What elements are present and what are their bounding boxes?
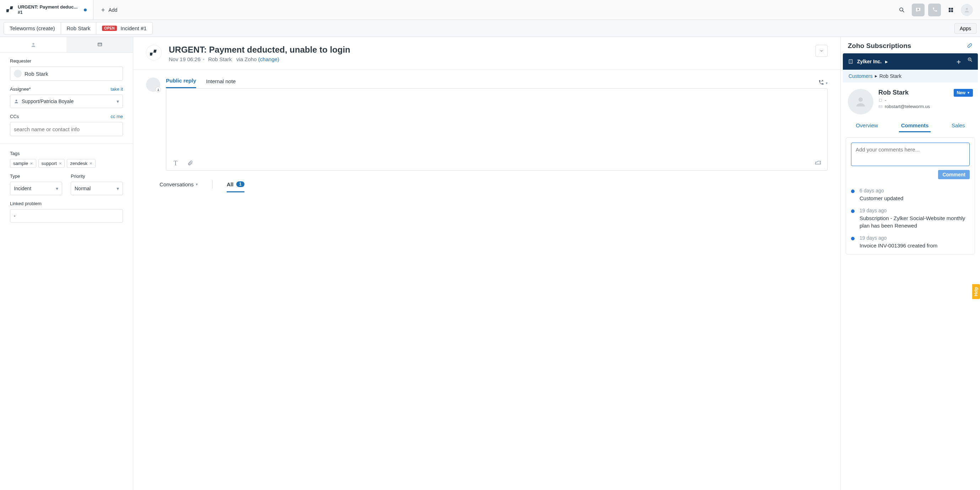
breadcrumb-ticket[interactable]: OPEN Incident #1 <box>96 22 153 35</box>
tag-remove-icon[interactable]: × <box>30 161 33 166</box>
app-panel-title: Zoho Subscriptions <box>848 42 911 50</box>
tab-sales[interactable]: Sales <box>950 120 967 132</box>
customer-name: Rob Stark <box>878 89 949 96</box>
tag-remove-icon[interactable]: × <box>59 161 62 166</box>
take-it-link[interactable]: take it <box>110 86 123 92</box>
properties-tab-ticket[interactable] <box>67 37 133 52</box>
breadcrumb-ticket-label: Incident #1 <box>121 25 146 31</box>
ticket-link-icon <box>815 160 821 167</box>
call-status-button[interactable] <box>928 3 941 16</box>
breadcrumb-customers-link[interactable]: Customers <box>848 73 873 79</box>
reply-editor[interactable]: T <box>166 88 827 171</box>
tag-chip[interactable]: sample× <box>10 159 36 168</box>
public-reply-tab[interactable]: Public reply <box>166 78 196 88</box>
expand-ticket-button[interactable] <box>816 45 827 57</box>
ticket-logo-icon <box>6 5 14 14</box>
plus-icon <box>100 8 105 13</box>
new-dropdown-button[interactable]: New▼ <box>954 89 973 97</box>
chat-x-icon <box>915 7 921 13</box>
apps-grid-button[interactable] <box>945 3 957 16</box>
ticket-title: URGENT: Payment deducted, unable to logi… <box>169 45 350 55</box>
tag-chip[interactable]: support× <box>38 159 65 168</box>
text-format-icon: T <box>174 160 178 167</box>
priority-label: Priority <box>71 174 123 179</box>
ticket-properties-panel: Requester Rob Stark Assignee* take it Su… <box>0 37 133 490</box>
svg-rect-4 <box>951 8 953 10</box>
conversation-panel: URGENT: Payment deducted, unable to logi… <box>133 37 841 490</box>
agent-avatar <box>146 78 160 92</box>
svg-rect-1 <box>10 6 13 9</box>
chat-status-button[interactable] <box>912 3 924 16</box>
conversations-all-tab[interactable]: All 1 <box>227 181 245 192</box>
priority-select[interactable]: Normal ▾ <box>71 182 123 195</box>
tab-subtitle: #1 <box>18 10 78 15</box>
svg-point-8 <box>32 43 34 45</box>
insert-ticket-button[interactable] <box>815 160 821 167</box>
caret-right-icon: ▶ <box>875 74 877 78</box>
timeline-item: 19 days ago Subscription - Zylker Social… <box>851 205 970 232</box>
svg-rect-3 <box>949 8 950 10</box>
tag-chip[interactable]: zendesk× <box>67 159 95 168</box>
timeline-dot-icon <box>851 190 854 193</box>
card-icon <box>97 41 103 47</box>
format-text-button[interactable]: T <box>172 160 179 167</box>
search-zoom-icon <box>967 57 973 62</box>
comment-input[interactable] <box>851 143 970 166</box>
search-button[interactable] <box>896 3 908 16</box>
internal-note-tab[interactable]: Internal note <box>206 78 235 88</box>
caret-right-icon: ▶ <box>885 60 888 64</box>
user-icon <box>854 95 867 108</box>
breadcrumb-user[interactable]: Rob Stark <box>61 22 97 35</box>
phone-icon <box>931 7 938 13</box>
tag-remove-icon[interactable]: × <box>89 161 92 166</box>
reply-channel-picker[interactable]: ▾ <box>817 79 827 86</box>
apps-button[interactable]: Apps <box>955 23 977 34</box>
ticket-meta: Nov 19 06:26• Rob Stark via Zoho (change… <box>169 56 350 62</box>
add-org-button[interactable]: ＋ <box>955 57 962 67</box>
requester-value: Rob Stark <box>24 71 48 77</box>
customer-avatar <box>848 89 873 115</box>
unsaved-dot-icon <box>84 8 87 11</box>
phone-arrow-icon <box>817 79 824 86</box>
svg-rect-9 <box>98 43 102 46</box>
tags-row: sample× support× zendesk× <box>10 159 123 168</box>
breadcrumb-org[interactable]: Teleworms (create) <box>3 22 61 35</box>
mail-icon <box>878 105 883 109</box>
topbar-actions <box>896 0 980 19</box>
assignee-select[interactable]: Support/Patricia Boyale ▾ <box>10 94 123 108</box>
org-header-bar[interactable]: Zylker Inc. ▶ ＋ <box>843 53 978 70</box>
tab-overview[interactable]: Overview <box>853 120 880 132</box>
agent-badge-icon <box>155 87 161 93</box>
org-name: Zylker Inc. <box>857 59 881 64</box>
conversations-dropdown[interactable]: Conversations ▾ <box>159 181 198 192</box>
svg-rect-0 <box>6 9 9 12</box>
avatar-icon <box>14 70 22 78</box>
attach-file-button[interactable] <box>187 160 194 167</box>
svg-point-2 <box>900 8 903 11</box>
svg-rect-18 <box>879 105 882 108</box>
requester-field[interactable]: Rob Stark <box>10 67 123 81</box>
caret-down-icon: ▼ <box>967 91 970 94</box>
cc-me-link[interactable]: cc me <box>110 114 123 119</box>
help-side-tab[interactable]: Help <box>972 284 980 299</box>
ccs-input[interactable] <box>10 122 123 136</box>
open-app-link[interactable] <box>967 42 973 50</box>
assignee-value: Support/Patricia Boyale <box>22 99 73 104</box>
linked-problem-input[interactable] <box>10 209 123 223</box>
chevron-down-icon: ▾ <box>56 186 58 191</box>
type-select[interactable]: Incident ▾ <box>10 182 62 195</box>
user-icon <box>14 99 19 104</box>
search-icon <box>899 7 905 13</box>
ticket-header: URGENT: Payment deducted, unable to logi… <box>133 37 840 70</box>
tab-title: URGENT: Payment deduc... <box>18 5 78 10</box>
add-tab-button[interactable]: Add <box>94 0 124 19</box>
timeline-item: 19 days ago Invoice INV-001396 created f… <box>851 232 970 252</box>
properties-tab-user[interactable] <box>0 37 67 52</box>
workspace-tab[interactable]: URGENT: Payment deduc... #1 <box>0 0 94 19</box>
tab-comments[interactable]: Comments <box>899 120 931 132</box>
change-channel-link[interactable]: (change) <box>258 56 279 62</box>
comment-button[interactable]: Comment <box>938 170 970 179</box>
search-org-button[interactable] <box>967 57 973 67</box>
svg-point-16 <box>859 97 863 102</box>
profile-avatar[interactable] <box>961 4 973 16</box>
